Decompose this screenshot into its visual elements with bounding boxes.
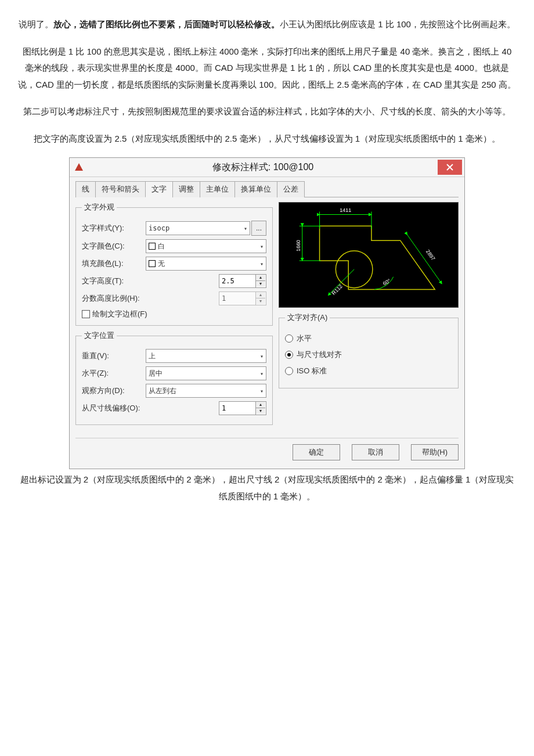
spin-offset[interactable]: ▲▼: [219, 401, 266, 415]
chevron-down-icon: ▾: [244, 225, 247, 232]
chevron-down-icon: ▾: [260, 353, 264, 359]
legend-align: 文字对齐(A): [285, 312, 330, 323]
chevron-down-icon: ▾: [260, 388, 264, 394]
cancel-button[interactable]: 取消: [352, 444, 399, 460]
label-frac-scale: 分数高度比例(H):: [82, 293, 157, 304]
spin-down-icon[interactable]: ▼: [256, 298, 265, 304]
p1-prefix: 说明了。: [19, 19, 53, 29]
label-text-height: 文字高度(T):: [82, 276, 146, 286]
svg-marker-0: [75, 163, 83, 171]
radio-icon: [285, 334, 293, 343]
combo-view-dir-value: 从左到右: [149, 386, 176, 396]
spin-up-icon[interactable]: ▲: [256, 275, 265, 281]
combo-text-color[interactable]: 白 ▾: [146, 239, 266, 253]
radio-icon: [285, 367, 293, 375]
chevron-down-icon: ▾: [260, 370, 264, 377]
dim-radius: R112: [331, 283, 344, 296]
chevron-down-icon: ▾: [260, 243, 264, 250]
spin-text-height[interactable]: ▲▼: [219, 274, 266, 288]
radio-horizontal[interactable]: 水平: [285, 333, 452, 344]
checkbox-icon: [82, 310, 90, 318]
dialog-title: 修改标注样式: 100@100: [88, 161, 438, 174]
tab-symbol-arrow[interactable]: 符号和箭头: [95, 181, 146, 197]
checkbox-draw-frame[interactable]: 绘制文字边框(F): [82, 309, 266, 319]
radio-icon: [285, 351, 293, 359]
combo-text-style[interactable]: isocp ▾: [146, 221, 250, 235]
titlebar: 修改标注样式: 100@100: [70, 158, 464, 177]
dimension-preview: 1411 1660 2897 60° R11: [279, 202, 459, 308]
combo-text-style-value: isocp: [149, 224, 169, 232]
paragraph-3: 第二步可以考虑标注尺寸，先按照制图规范里的要求设置合适的标注样式，比如字体的大小…: [17, 103, 517, 120]
combo-horizontal[interactable]: 居中 ▾: [146, 366, 266, 380]
spin-up-icon[interactable]: ▲: [256, 292, 265, 298]
label-text-style: 文字样式(Y):: [82, 223, 146, 233]
dim-diag: 2897: [425, 249, 436, 261]
group-text-position: 文字位置 垂直(V): 上 ▾ 水平(Z):: [75, 330, 273, 425]
label-fill-color: 填充颜色(L):: [82, 258, 146, 269]
tab-main-unit[interactable]: 主单位: [200, 181, 235, 197]
combo-view-dir[interactable]: 从左到右 ▾: [146, 384, 266, 398]
tab-text[interactable]: 文字: [145, 181, 173, 197]
combo-horizontal-value: 居中: [149, 369, 163, 379]
tab-alt-unit[interactable]: 换算单位: [234, 181, 277, 197]
text-style-browse-button[interactable]: ...: [251, 221, 266, 236]
dim-top: 1411: [340, 207, 351, 213]
figure-caption: 超出标记设置为 2（对应现实纸质图纸中的 2 毫米），超出尺寸线 2（对应现实纸…: [17, 471, 517, 505]
label-text-color: 文字颜色(C):: [82, 241, 146, 251]
input-text-height[interactable]: [219, 275, 255, 287]
close-button[interactable]: [438, 160, 462, 175]
dim-left: 1660: [295, 240, 301, 251]
spin-frac-scale[interactable]: ▲▼: [219, 291, 266, 305]
tab-strip: 线 符号和箭头 文字 调整 主单位 换算单位 公差: [75, 181, 459, 197]
radio-aligned[interactable]: 与尺寸线对齐: [285, 350, 452, 360]
label-horizontal: 水平(Z):: [82, 368, 146, 379]
spin-down-icon[interactable]: ▼: [256, 408, 265, 414]
legend-position: 文字位置: [82, 330, 117, 341]
radio-iso[interactable]: ISO 标准: [285, 366, 452, 376]
app-icon: [74, 163, 84, 172]
label-view-dir: 观察方向(D):: [82, 386, 146, 396]
svg-line-10: [407, 235, 442, 283]
paragraph-4: 把文字的高度设置为 2.5（对应现实纸质图纸中的 2.5 毫米），从尺寸线偏移设…: [17, 131, 517, 147]
color-swatch-icon: [149, 260, 156, 267]
spin-up-icon[interactable]: ▲: [256, 402, 265, 408]
group-text-appearance: 文字外观 文字样式(Y): isocp ▾ ... 文字颜色(C):: [75, 202, 273, 326]
label-vertical: 垂直(V):: [82, 351, 146, 361]
legend-appearance: 文字外观: [82, 202, 117, 213]
input-frac-scale[interactable]: [219, 292, 255, 305]
dialog-button-row: 确定 取消 帮助(H): [75, 438, 459, 460]
paragraph-2: 图纸比例是 1 比 100 的意思其实是说，图纸上标注 4000 毫米，实际打印…: [17, 44, 517, 93]
help-button[interactable]: 帮助(H): [411, 444, 459, 460]
p1-bold: 放心，选错了图纸比例也不要紧，后面随时可以轻松修改。: [53, 19, 280, 29]
tab-line[interactable]: 线: [75, 181, 96, 197]
checkbox-draw-frame-label: 绘制文字边框(F): [92, 309, 147, 319]
combo-text-color-value: 白: [158, 242, 165, 251]
combo-fill-color-value: 无: [158, 259, 165, 269]
spin-down-icon[interactable]: ▼: [256, 281, 265, 287]
tab-tolerance[interactable]: 公差: [277, 181, 305, 197]
radio-iso-label: ISO 标准: [297, 366, 327, 376]
radio-aligned-label: 与尺寸线对齐: [297, 350, 342, 360]
ok-button[interactable]: 确定: [293, 444, 340, 460]
combo-vertical[interactable]: 上 ▾: [146, 349, 266, 363]
paragraph-1: 说明了。放心，选错了图纸比例也不要紧，后面随时可以轻松修改。小王认为图纸比例应该…: [17, 16, 517, 33]
combo-vertical-value: 上: [149, 351, 156, 361]
dimstyle-dialog: 修改标注样式: 100@100 线 符号和箭头 文字 调整 主单位 换算单位 公…: [69, 157, 465, 469]
group-text-align: 文字对齐(A) 水平 与尺寸线对齐 ISO 标准: [279, 312, 459, 388]
chevron-down-icon: ▾: [260, 261, 264, 267]
input-offset[interactable]: [219, 402, 255, 415]
tab-adjust[interactable]: 调整: [172, 181, 200, 197]
radio-horizontal-label: 水平: [297, 333, 312, 344]
color-swatch-icon: [149, 243, 156, 250]
label-offset: 从尺寸线偏移(O):: [82, 403, 157, 413]
p1-suffix: 小王认为图纸比例应该是 1 比 100，先按照这个比例画起来。: [280, 19, 515, 29]
combo-fill-color[interactable]: 无 ▾: [146, 257, 266, 271]
dim-angle: 60°: [382, 278, 392, 287]
